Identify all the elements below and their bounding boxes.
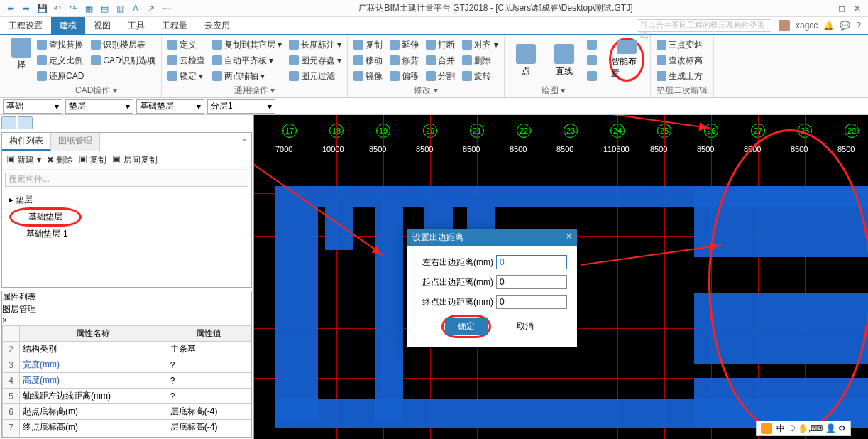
table-row[interactable]: 3宽度(mm)? [3, 357, 251, 373]
draw-arc-button[interactable] [587, 38, 597, 52]
qat-tool1-icon[interactable]: ▦ [82, 2, 95, 15]
restore-cad-button[interactable]: 还原CAD [37, 69, 84, 83]
break-button[interactable]: 打断 [426, 38, 455, 52]
point-button[interactable]: 点 [510, 38, 542, 83]
table-row[interactable]: 4高度(mm)? [3, 373, 251, 389]
check-elevation-button[interactable]: 查改标高 [657, 53, 703, 67]
panel-close-icon[interactable]: × [238, 133, 251, 151]
line-button[interactable]: 直线 [549, 38, 580, 83]
table-row[interactable]: 8备注 [3, 435, 251, 438]
qat-save-icon[interactable]: 💾 [35, 2, 48, 15]
draw-circle-button[interactable] [587, 69, 597, 83]
input-end-distance[interactable] [496, 295, 567, 309]
qat-tool3-icon[interactable]: ▥ [114, 2, 126, 15]
identify-floor-table-button[interactable]: 识别楼层表 [91, 38, 155, 52]
copy-to-layer-button[interactable]: 复制到其它层 ▾ [212, 38, 282, 52]
cad-recognize-options-button[interactable]: CAD识别选项 [91, 53, 155, 67]
search-component-input[interactable]: 搜索构件... [5, 173, 248, 187]
table-row[interactable]: 6起点底标高(m)层底标高(-4) [3, 404, 251, 420]
generate-earthwork-button[interactable]: 生成土方 [657, 69, 703, 83]
tab-modeling[interactable]: 建模 [51, 17, 85, 34]
component-select[interactable]: 基础垫层▾ [136, 99, 204, 114]
tab-cloud[interactable]: 云应用 [196, 17, 238, 34]
tab-layer-mgmt[interactable]: 图层管理 [2, 303, 251, 315]
auto-level-slab-button[interactable]: 自动平齐板 ▾ [212, 53, 282, 67]
tab-drawing-mgmt[interactable]: 图纸管理 [51, 133, 100, 151]
sidebar-btn-1[interactable] [1, 116, 16, 129]
tab-property-list[interactable]: 属性列表 [2, 291, 251, 303]
ok-button[interactable]: 确定 [445, 318, 488, 335]
table-row[interactable]: 5轴线距左边线距离(mm)? [3, 389, 251, 404]
qat-redo-icon[interactable]: ↷ [67, 2, 79, 15]
mirror-button[interactable]: 镜像 [353, 69, 383, 83]
move-button[interactable]: 移动 [353, 53, 383, 67]
two-point-axis-button[interactable]: 两点辅轴 ▾ [212, 69, 282, 83]
maximize-icon[interactable]: ◻ [838, 4, 845, 13]
cloud-check-button[interactable]: 云检查 [167, 53, 205, 67]
bell-icon[interactable]: 🔔 [823, 21, 834, 31]
chat-icon[interactable]: 💬 [840, 21, 850, 31]
qat-tool4-icon[interactable]: A [129, 2, 142, 15]
merge-button[interactable]: 合并 [426, 53, 455, 67]
category-select[interactable]: 基础▾ [3, 99, 62, 114]
split-button[interactable]: 分割 [426, 69, 455, 83]
tree-item-2[interactable]: 基础垫层-1 [9, 227, 244, 242]
delete-button[interactable]: 删除 [462, 53, 498, 67]
extend-button[interactable]: 延伸 [390, 38, 419, 52]
avatar[interactable] [779, 20, 790, 31]
qat-more-icon[interactable]: ⋯ [160, 2, 173, 15]
dimension-text: 8500 [369, 145, 386, 153]
trim-button[interactable]: 修剪 [390, 53, 419, 67]
scale-button[interactable]: 定义比例 [37, 53, 84, 67]
drawing-canvas[interactable]: 17181920212223242526272829 7000100008500… [254, 115, 868, 439]
dimension-text: 8500 [697, 145, 714, 153]
rotate-button[interactable]: 旋转 [462, 69, 498, 83]
minimize-icon[interactable]: — [821, 4, 830, 13]
qat-fwd-icon[interactable]: ➡ [20, 2, 33, 15]
offset-button[interactable]: 偏移 [390, 69, 419, 83]
help-icon[interactable]: ? [856, 21, 861, 31]
tab-quantity[interactable]: 工程量 [153, 17, 196, 34]
tab-component-list[interactable]: 构件列表 [2, 133, 51, 151]
cancel-button[interactable]: 取消 [508, 315, 542, 338]
input-lr-distance[interactable] [496, 255, 567, 269]
tree-root[interactable]: ▸ 垫层 [9, 193, 244, 207]
prop-panel-close-icon[interactable]: × [2, 315, 251, 325]
lock-button[interactable]: 锁定 ▾ [167, 69, 205, 83]
dialog-close-icon[interactable]: × [566, 232, 571, 244]
copy-button[interactable]: 复制 [353, 38, 383, 52]
layer-copy-button[interactable]: ▣ 层间复制 [112, 154, 157, 166]
length-dim-button[interactable]: 长度标注 ▾ [289, 38, 341, 52]
lbl-lr: 左右出边距离(mm) [415, 256, 493, 269]
tab-view[interactable]: 视图 [85, 17, 119, 34]
qat-back-icon[interactable]: ⬅ [4, 2, 17, 15]
delete-component-button[interactable]: ✖ 删除 [47, 154, 73, 166]
align-button[interactable]: 对齐 ▾ [462, 38, 498, 52]
input-start-distance[interactable] [496, 275, 567, 289]
type-select[interactable]: 垫层▾ [65, 99, 133, 114]
element-filter-button[interactable]: 图元过滤 [289, 69, 341, 83]
username: xagcc [796, 21, 818, 31]
dimension-text: 8500 [650, 145, 667, 153]
table-row[interactable]: 2结构类别主条基 [3, 342, 251, 357]
ime-bar[interactable]: 中 ☽ ✋,⌨ 👤 ⚙ [756, 421, 851, 436]
table-row[interactable]: 7终点底标高(m)层底标高(-4) [3, 420, 251, 435]
smart-layout-button[interactable]: 智能布置 [609, 38, 644, 82]
element-save-button[interactable]: 图元存盘 ▾ [289, 53, 341, 67]
copy-component-button[interactable]: ▣ 复制 [79, 154, 106, 166]
three-point-slope-button[interactable]: 三点变斜 [657, 38, 703, 52]
sidebar-btn-2[interactable] [18, 116, 33, 129]
close-icon[interactable]: ✕ [854, 4, 861, 13]
layer-select[interactable]: 分层1▾ [207, 99, 275, 114]
help-search-input[interactable]: 可以合并不同工程的楼层及构件类型吗? [637, 19, 771, 32]
qat-undo-icon[interactable]: ↶ [51, 2, 64, 15]
tree-item-1[interactable]: 基础垫层 [28, 210, 62, 224]
draw-rect-button[interactable] [587, 53, 597, 67]
find-replace-button[interactable]: 查找替换 [37, 38, 84, 52]
qat-tool2-icon[interactable]: ▤ [98, 2, 111, 15]
tab-tools[interactable]: 工具 [119, 17, 153, 34]
new-button[interactable]: ▣ 新建 ▾ [6, 154, 41, 166]
define-button[interactable]: 定义 [167, 38, 205, 52]
qat-tool5-icon[interactable]: ↗ [145, 2, 158, 15]
tab-project-settings[interactable]: 工程设置 [0, 17, 51, 34]
